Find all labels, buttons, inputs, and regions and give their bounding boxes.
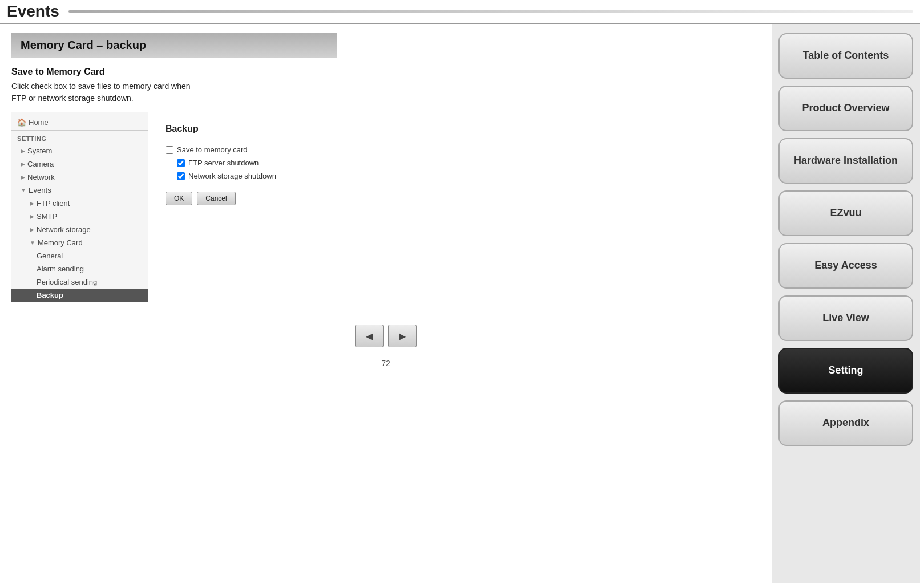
sidebar-item-label: FTP client	[37, 199, 70, 208]
ok-button[interactable]: OK	[166, 192, 192, 205]
ui-mockup: 🏠 Home SETTING ▶ System ▶ Camera ▶ Netw	[11, 112, 760, 302]
arrow-icon: ▶	[21, 174, 25, 180]
arrow-icon: ▼	[30, 240, 35, 246]
sidebar-item-smtp[interactable]: ▶ SMTP	[11, 210, 148, 223]
sidebar-item-label: System	[27, 147, 52, 155]
ftp-label: FTP server shutdown	[188, 159, 259, 167]
next-button[interactable]: ▶	[388, 325, 417, 347]
network-checkbox[interactable]	[177, 172, 185, 180]
nav-home[interactable]: 🏠 Home	[11, 115, 148, 131]
save-checkbox[interactable]	[166, 146, 173, 154]
page-heading: Memory Card – backup	[21, 39, 328, 52]
save-label: Save to memory card	[177, 145, 248, 154]
page-heading-box: Memory Card – backup	[11, 33, 337, 58]
sidebar-item-label: Periodical sending	[37, 278, 97, 286]
sidebar-nav: 🏠 Home SETTING ▶ System ▶ Camera ▶ Netw	[11, 112, 148, 302]
sidebar-item-backup[interactable]: Backup	[11, 289, 148, 302]
sidebar-item-system[interactable]: ▶ System	[11, 144, 148, 157]
arrow-icon: ▶	[30, 213, 34, 220]
sidebar-item-camera[interactable]: ▶ Camera	[11, 157, 148, 171]
top-bar: Events	[0, 0, 920, 24]
nav-arrows: ◀ ▶	[11, 325, 760, 347]
page-number: 72	[11, 359, 760, 368]
right-btn-appendix[interactable]: Appendix	[778, 400, 913, 446]
sidebar-item-label: Alarm sending	[37, 265, 84, 273]
cancel-button[interactable]: Cancel	[197, 192, 235, 205]
right-btn-toc[interactable]: Table of Contents	[778, 33, 913, 79]
arrow-icon: ▶	[21, 161, 25, 167]
sidebar-item-label: Backup	[37, 291, 63, 299]
backup-form: Save to memory card FTP server shutdown …	[166, 145, 743, 180]
right-btn-live-view[interactable]: Live View	[778, 295, 913, 341]
main-panel: Backup Save to memory card FTP server sh…	[148, 112, 760, 302]
network-checkbox-row: Network storage shutdown	[177, 172, 743, 180]
section-title: Save to Memory Card	[11, 67, 760, 77]
top-bar-divider	[68, 10, 913, 13]
sidebar-item-ftp[interactable]: ▶ FTP client	[11, 197, 148, 210]
ftp-checkbox[interactable]	[177, 159, 185, 167]
right-btn-easy-access[interactable]: Easy Access	[778, 243, 913, 289]
network-label: Network storage shutdown	[188, 172, 276, 180]
sidebar-item-general[interactable]: General	[11, 249, 148, 262]
sidebar-item-label: Events	[29, 186, 51, 194]
ftp-checkbox-row: FTP server shutdown	[177, 159, 743, 167]
arrow-icon: ▼	[21, 187, 26, 193]
main-layout: Memory Card – backup Save to Memory Card…	[0, 24, 920, 583]
sidebar-item-label: SMTP	[37, 212, 57, 221]
right-btn-setting[interactable]: Setting	[778, 348, 913, 394]
sidebar-item-label: Memory Card	[38, 238, 83, 247]
section-desc: Click check box to save files to memory …	[11, 80, 760, 104]
panel-title: Backup	[166, 124, 743, 134]
sidebar-item-label: Network	[27, 173, 55, 181]
setting-label: SETTING	[11, 131, 148, 144]
right-btn-hardware[interactable]: Hardware Installation	[778, 138, 913, 184]
arrow-icon: ▶	[21, 148, 25, 154]
sidebar-item-network[interactable]: ▶ Network	[11, 171, 148, 184]
button-row: OK Cancel	[166, 192, 743, 205]
sidebar-item-memory-card[interactable]: ▼ Memory Card	[11, 236, 148, 249]
sidebar-item-periodical-sending[interactable]: Periodical sending	[11, 275, 148, 289]
sidebar-item-label: Network storage	[37, 225, 91, 234]
home-label: Home	[29, 118, 49, 127]
sidebar-item-network-storage[interactable]: ▶ Network storage	[11, 223, 148, 236]
home-icon: 🏠	[17, 118, 26, 127]
arrow-icon: ▶	[30, 226, 34, 233]
arrow-icon: ▶	[30, 200, 34, 206]
sidebar-item-alarm-sending[interactable]: Alarm sending	[11, 262, 148, 275]
prev-button[interactable]: ◀	[355, 325, 384, 347]
right-btn-ezvuu[interactable]: EZvuu	[778, 190, 913, 236]
right-sidebar: Table of Contents Product Overview Hardw…	[772, 24, 920, 583]
content-area: Memory Card – backup Save to Memory Card…	[0, 24, 772, 583]
sidebar-item-label: General	[37, 252, 63, 260]
sidebar-item-events[interactable]: ▼ Events	[11, 184, 148, 197]
save-checkbox-row: Save to memory card	[166, 145, 743, 154]
right-btn-product-overview[interactable]: Product Overview	[778, 86, 913, 131]
page-title: Events	[7, 2, 59, 21]
sidebar-item-label: Camera	[27, 160, 54, 168]
